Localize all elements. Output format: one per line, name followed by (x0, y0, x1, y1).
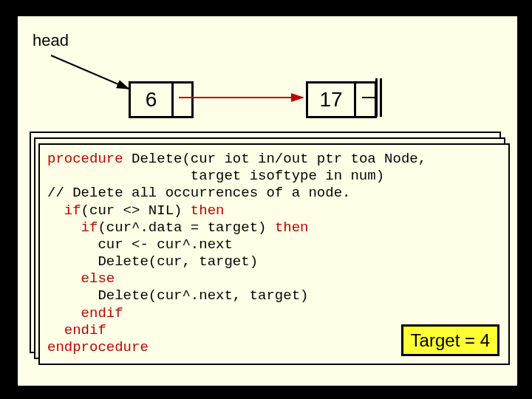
kw-endif2: endif (47, 322, 106, 338)
code-l2: target isoftype in num) (47, 168, 384, 184)
kw-procedure: procedure (47, 151, 123, 167)
kw-then2: then (275, 219, 309, 236)
svg-line-0 (51, 55, 129, 89)
code-l9: Delete(cur^.next, target) (47, 287, 308, 304)
nil-bar-2 (380, 78, 382, 117)
code-l4b: (cur <> NIL) (81, 202, 191, 219)
link-arrow (179, 90, 312, 108)
kw-if1: if (47, 202, 81, 219)
code-l3: // Delete all occurrences of a node. (47, 185, 350, 201)
target-box: Target = 4 (401, 324, 499, 356)
code-l6: cur <- cur^.next (47, 236, 233, 253)
kw-endprocedure: endprocedure (47, 339, 149, 355)
kw-endif1: endif (47, 305, 123, 321)
kw-if2: if (47, 219, 98, 236)
nil-line (362, 90, 378, 105)
kw-then1: then (191, 202, 225, 219)
slide-canvas: head 6 17 procedure Delete(cur iot in/ou… (16, 15, 519, 387)
kw-else: else (47, 270, 115, 287)
code-l1b: Delete(cur iot in/out ptr toa Node, (123, 151, 426, 167)
code-l5b: (cur^.data = target) (98, 219, 274, 236)
code-box: procedure Delete(cur iot in/out ptr toa … (38, 143, 510, 365)
head-label: head (33, 31, 69, 50)
head-arrow (47, 52, 136, 96)
code-l7: Delete(cur, target) (47, 253, 258, 270)
node-17-value: 17 (308, 83, 356, 116)
node-6-value: 6 (131, 83, 174, 116)
